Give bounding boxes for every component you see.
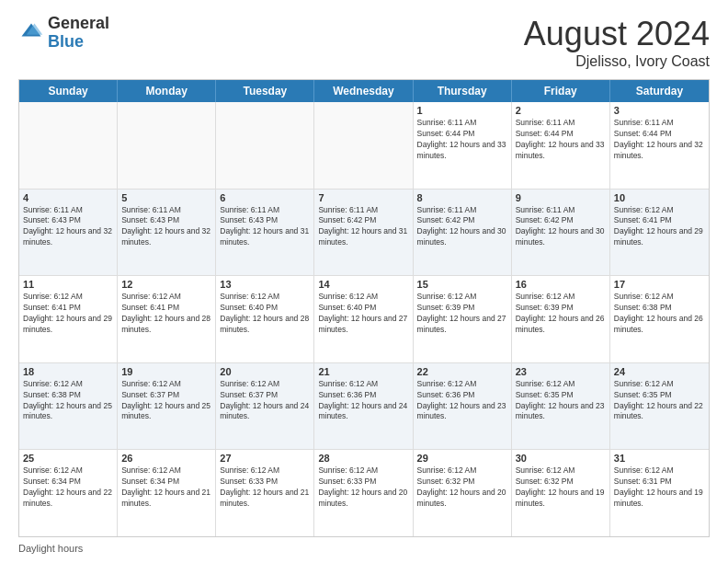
day-info: Sunrise: 6:12 AMSunset: 6:39 PMDaylight:… xyxy=(516,292,606,336)
header-day-sunday: Sunday xyxy=(19,80,118,102)
cal-cell: 16Sunrise: 6:12 AMSunset: 6:39 PMDayligh… xyxy=(512,276,610,362)
cal-cell: 21Sunrise: 6:12 AMSunset: 6:36 PMDayligh… xyxy=(314,363,413,450)
cal-cell xyxy=(19,102,118,189)
day-info: Sunrise: 6:12 AMSunset: 6:35 PMDaylight:… xyxy=(614,379,705,423)
header-day-thursday: Thursday xyxy=(414,80,512,102)
day-number: 22 xyxy=(417,366,507,377)
header: General Blue August 2024 Djelisso, Ivory… xyxy=(18,15,710,70)
day-number: 10 xyxy=(614,192,705,203)
day-number: 2 xyxy=(516,105,606,116)
cal-cell: 6Sunrise: 6:11 AMSunset: 6:43 PMDaylight… xyxy=(216,190,314,276)
calendar-body: 1Sunrise: 6:11 AMSunset: 6:44 PMDaylight… xyxy=(19,102,709,536)
day-number: 20 xyxy=(220,366,310,377)
day-number: 15 xyxy=(417,279,507,290)
cal-cell: 17Sunrise: 6:12 AMSunset: 6:38 PMDayligh… xyxy=(610,276,709,362)
cal-cell: 25Sunrise: 6:12 AMSunset: 6:34 PMDayligh… xyxy=(19,450,118,536)
cal-cell: 10Sunrise: 6:12 AMSunset: 6:41 PMDayligh… xyxy=(610,190,709,276)
day-info: Sunrise: 6:11 AMSunset: 6:42 PMDaylight:… xyxy=(516,205,606,249)
day-number: 27 xyxy=(220,453,310,464)
day-info: Sunrise: 6:12 AMSunset: 6:38 PMDaylight:… xyxy=(614,292,705,336)
calendar: SundayMondayTuesdayWednesdayThursdayFrid… xyxy=(18,79,710,537)
cal-cell: 13Sunrise: 6:12 AMSunset: 6:40 PMDayligh… xyxy=(216,276,314,362)
week-row-5: 25Sunrise: 6:12 AMSunset: 6:34 PMDayligh… xyxy=(19,450,709,536)
day-info: Sunrise: 6:12 AMSunset: 6:38 PMDaylight:… xyxy=(23,379,113,423)
day-number: 6 xyxy=(220,192,310,203)
page: General Blue August 2024 Djelisso, Ivory… xyxy=(0,0,728,563)
logo-blue: Blue xyxy=(48,33,109,52)
day-info: Sunrise: 6:12 AMSunset: 6:40 PMDaylight:… xyxy=(220,292,310,336)
day-info: Sunrise: 6:11 AMSunset: 6:43 PMDaylight:… xyxy=(121,205,211,249)
cal-cell xyxy=(216,102,314,189)
day-info: Sunrise: 6:11 AMSunset: 6:42 PMDaylight:… xyxy=(318,205,408,249)
day-number: 19 xyxy=(121,366,211,377)
day-number: 24 xyxy=(614,366,705,377)
main-title: August 2024 xyxy=(524,15,710,53)
day-number: 17 xyxy=(614,279,705,290)
day-number: 7 xyxy=(318,192,408,203)
day-info: Sunrise: 6:12 AMSunset: 6:41 PMDaylight:… xyxy=(614,205,705,249)
day-info: Sunrise: 6:12 AMSunset: 6:35 PMDaylight:… xyxy=(516,379,606,423)
day-number: 12 xyxy=(121,279,211,290)
day-info: Sunrise: 6:12 AMSunset: 6:32 PMDaylight:… xyxy=(516,465,606,510)
cal-cell: 9Sunrise: 6:11 AMSunset: 6:42 PMDaylight… xyxy=(512,190,610,276)
day-number: 5 xyxy=(121,192,211,203)
day-number: 4 xyxy=(23,192,113,203)
day-info: Sunrise: 6:12 AMSunset: 6:32 PMDaylight:… xyxy=(417,465,507,510)
week-row-4: 18Sunrise: 6:12 AMSunset: 6:38 PMDayligh… xyxy=(19,363,709,451)
cal-cell: 29Sunrise: 6:12 AMSunset: 6:32 PMDayligh… xyxy=(414,450,512,536)
day-info: Sunrise: 6:11 AMSunset: 6:44 PMDaylight:… xyxy=(417,118,507,162)
cal-cell: 18Sunrise: 6:12 AMSunset: 6:38 PMDayligh… xyxy=(19,363,118,450)
day-number: 29 xyxy=(417,453,507,464)
cal-cell: 22Sunrise: 6:12 AMSunset: 6:36 PMDayligh… xyxy=(414,363,512,450)
day-info: Sunrise: 6:11 AMSunset: 6:44 PMDaylight:… xyxy=(516,118,606,162)
header-day-friday: Friday xyxy=(512,80,610,102)
cal-cell: 20Sunrise: 6:12 AMSunset: 6:37 PMDayligh… xyxy=(216,363,314,450)
header-day-wednesday: Wednesday xyxy=(314,80,413,102)
cal-cell: 12Sunrise: 6:12 AMSunset: 6:41 PMDayligh… xyxy=(118,276,216,362)
calendar-header: SundayMondayTuesdayWednesdayThursdayFrid… xyxy=(19,80,709,102)
logo: General Blue xyxy=(18,15,109,52)
cal-cell: 30Sunrise: 6:12 AMSunset: 6:32 PMDayligh… xyxy=(512,450,610,536)
logo-text: General Blue xyxy=(48,15,109,52)
day-info: Sunrise: 6:12 AMSunset: 6:34 PMDaylight:… xyxy=(121,465,211,510)
day-info: Sunrise: 6:11 AMSunset: 6:42 PMDaylight:… xyxy=(417,205,507,249)
day-number: 28 xyxy=(318,453,408,464)
day-number: 8 xyxy=(417,192,507,203)
day-number: 16 xyxy=(516,279,606,290)
day-number: 31 xyxy=(614,453,705,464)
day-info: Sunrise: 6:11 AMSunset: 6:43 PMDaylight:… xyxy=(23,205,113,249)
cal-cell: 31Sunrise: 6:12 AMSunset: 6:31 PMDayligh… xyxy=(610,450,709,536)
day-info: Sunrise: 6:12 AMSunset: 6:33 PMDaylight:… xyxy=(318,465,408,510)
day-number: 13 xyxy=(220,279,310,290)
cal-cell xyxy=(314,102,413,189)
day-number: 30 xyxy=(516,453,606,464)
header-day-tuesday: Tuesday xyxy=(216,80,314,102)
cal-cell: 4Sunrise: 6:11 AMSunset: 6:43 PMDaylight… xyxy=(19,190,118,276)
cal-cell xyxy=(118,102,216,189)
cal-cell: 3Sunrise: 6:11 AMSunset: 6:44 PMDaylight… xyxy=(610,102,709,189)
cal-cell: 24Sunrise: 6:12 AMSunset: 6:35 PMDayligh… xyxy=(610,363,709,450)
subtitle: Djelisso, Ivory Coast xyxy=(524,53,710,70)
cal-cell: 5Sunrise: 6:11 AMSunset: 6:43 PMDaylight… xyxy=(118,190,216,276)
day-number: 3 xyxy=(614,105,705,116)
cal-cell: 15Sunrise: 6:12 AMSunset: 6:39 PMDayligh… xyxy=(414,276,512,362)
cal-cell: 26Sunrise: 6:12 AMSunset: 6:34 PMDayligh… xyxy=(118,450,216,536)
day-number: 14 xyxy=(318,279,408,290)
header-day-monday: Monday xyxy=(118,80,216,102)
day-number: 21 xyxy=(318,366,408,377)
cal-cell: 7Sunrise: 6:11 AMSunset: 6:42 PMDaylight… xyxy=(314,190,413,276)
day-info: Sunrise: 6:12 AMSunset: 6:37 PMDaylight:… xyxy=(121,379,211,423)
day-info: Sunrise: 6:12 AMSunset: 6:36 PMDaylight:… xyxy=(318,379,408,423)
logo-general: General xyxy=(48,15,109,33)
cal-cell: 19Sunrise: 6:12 AMSunset: 6:37 PMDayligh… xyxy=(118,363,216,450)
day-info: Sunrise: 6:12 AMSunset: 6:41 PMDaylight:… xyxy=(121,292,211,336)
cal-cell: 1Sunrise: 6:11 AMSunset: 6:44 PMDaylight… xyxy=(414,102,512,189)
week-row-1: 1Sunrise: 6:11 AMSunset: 6:44 PMDaylight… xyxy=(19,102,709,190)
cal-cell: 23Sunrise: 6:12 AMSunset: 6:35 PMDayligh… xyxy=(512,363,610,450)
day-number: 18 xyxy=(23,366,113,377)
cal-cell: 2Sunrise: 6:11 AMSunset: 6:44 PMDaylight… xyxy=(512,102,610,189)
cal-cell: 11Sunrise: 6:12 AMSunset: 6:41 PMDayligh… xyxy=(19,276,118,362)
day-number: 11 xyxy=(23,279,113,290)
day-number: 26 xyxy=(121,453,211,464)
day-info: Sunrise: 6:12 AMSunset: 6:40 PMDaylight:… xyxy=(318,292,408,336)
